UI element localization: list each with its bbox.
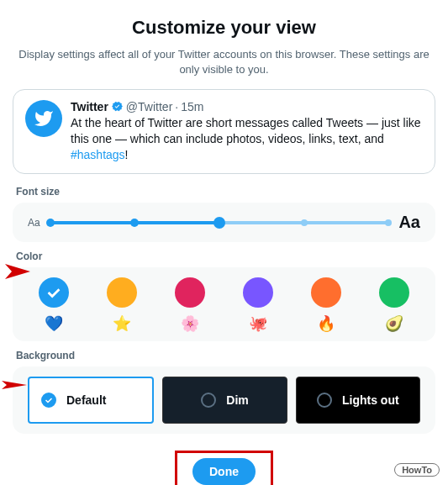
color-emoji-yellow: ⭐ <box>113 316 131 331</box>
radio-unchecked-icon <box>201 393 216 408</box>
background-default-label: Default <box>66 393 106 407</box>
font-size-step-2[interactable] <box>130 219 139 227</box>
tweet-text-after: ! <box>125 148 129 161</box>
tweet-separator: · <box>175 100 178 113</box>
color-option-green[interactable] <box>379 277 409 308</box>
dialog-title: Customize your view <box>13 17 435 39</box>
done-button[interactable]: Done <box>192 458 256 485</box>
color-panel: 💙 ⭐ 🌸 🐙 🔥 🥑 <box>13 267 435 341</box>
background-lights-out-label: Lights out <box>342 393 399 407</box>
font-size-step-1[interactable] <box>46 219 55 227</box>
color-option-purple[interactable] <box>243 277 273 308</box>
background-dim-label: Dim <box>226 393 248 407</box>
color-option-yellow[interactable] <box>107 277 137 308</box>
background-panel: Default Dim Lights out <box>13 366 435 434</box>
radio-checked-icon <box>41 393 56 408</box>
tweet-author-name: Twitter <box>71 100 108 113</box>
color-label: Color <box>16 250 435 262</box>
checkmark-icon <box>45 283 63 302</box>
tweet-text-before: At the heart of Twitter are short messag… <box>71 116 421 145</box>
twitter-avatar <box>25 100 62 137</box>
howto-watermark: HowTo <box>394 463 440 477</box>
color-emoji-pink: 🌸 <box>181 316 199 331</box>
color-option-blue[interactable] <box>39 277 69 308</box>
color-emoji-purple: 🐙 <box>249 316 267 331</box>
font-size-step-5[interactable] <box>385 219 392 226</box>
sample-tweet-card: Twitter @Twitter · 15m At the heart of T… <box>13 89 435 174</box>
font-size-slider[interactable] <box>50 221 389 224</box>
background-option-dim[interactable]: Dim <box>162 377 287 424</box>
tweet-hashtag[interactable]: #hashtags <box>71 148 125 161</box>
tweet-timestamp: 15m <box>181 100 203 113</box>
background-option-default[interactable]: Default <box>28 377 154 424</box>
annotation-highlight-box: Done <box>175 451 273 485</box>
font-size-min-marker: Aa <box>28 217 40 229</box>
background-label: Background <box>16 350 435 361</box>
font-size-max-marker: Aa <box>398 213 420 232</box>
font-size-step-3[interactable] <box>213 217 225 229</box>
font-size-panel: Aa Aa <box>13 203 435 242</box>
color-emoji-orange: 🔥 <box>317 316 335 331</box>
tweet-text: At the heart of Twitter are short messag… <box>71 115 423 163</box>
font-size-label: Font size <box>16 186 435 198</box>
font-size-step-4[interactable] <box>301 219 308 226</box>
color-emoji-blue: 💙 <box>45 316 63 331</box>
radio-unchecked-icon <box>317 393 332 408</box>
verified-badge-icon <box>111 100 124 113</box>
dialog-subtitle: Display settings affect all of your Twit… <box>13 47 435 77</box>
color-option-pink[interactable] <box>175 277 205 308</box>
color-emoji-green: 🥑 <box>385 316 403 331</box>
tweet-author-handle: @Twitter <box>126 100 172 113</box>
background-option-lights-out[interactable]: Lights out <box>296 377 420 424</box>
color-option-orange[interactable] <box>311 277 341 308</box>
twitter-bird-icon <box>34 108 54 129</box>
